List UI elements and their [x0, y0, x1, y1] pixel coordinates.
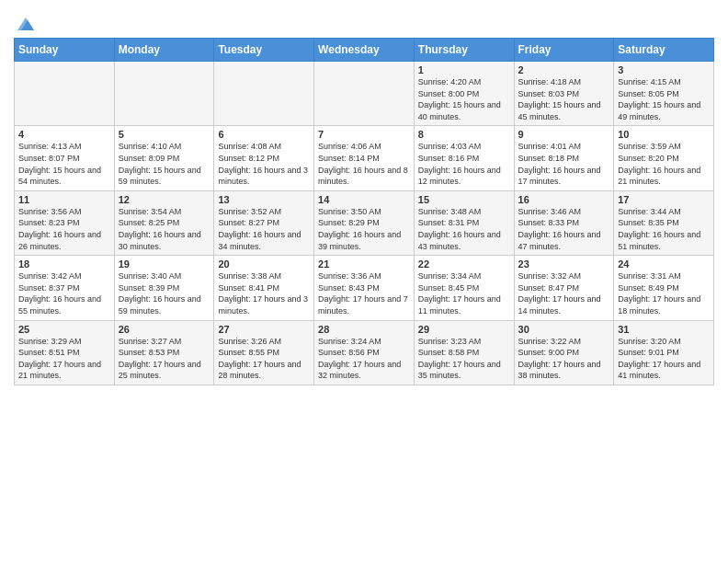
- day-info: Sunrise: 4:13 AMSunset: 8:07 PMDaylight:…: [18, 141, 110, 187]
- day-cell: 12Sunrise: 3:54 AMSunset: 8:25 PMDayligh…: [114, 190, 214, 255]
- week-row-5: 25Sunrise: 3:29 AMSunset: 8:51 PMDayligh…: [15, 320, 714, 385]
- day-cell: 14Sunrise: 3:50 AMSunset: 8:29 PMDayligh…: [314, 190, 415, 255]
- day-info: Sunrise: 3:54 AMSunset: 8:25 PMDaylight:…: [119, 206, 210, 252]
- day-cell: 18Sunrise: 3:42 AMSunset: 8:37 PMDayligh…: [15, 256, 115, 320]
- day-number: 5: [119, 129, 210, 140]
- weekday-tuesday: Tuesday: [214, 39, 314, 62]
- day-number: 29: [418, 324, 510, 335]
- day-cell: 10Sunrise: 3:59 AMSunset: 8:20 PMDayligh…: [614, 126, 714, 190]
- day-info: Sunrise: 3:32 AMSunset: 8:47 PMDaylight:…: [518, 270, 610, 316]
- week-row-1: 1Sunrise: 4:20 AMSunset: 8:00 PMDaylight…: [15, 62, 714, 126]
- day-cell: 26Sunrise: 3:27 AMSunset: 8:53 PMDayligh…: [114, 320, 214, 385]
- day-info: Sunrise: 3:24 AMSunset: 8:56 PMDaylight:…: [318, 336, 410, 382]
- page: SundayMondayTuesdayWednesdayThursdayFrid…: [0, 0, 728, 563]
- day-info: Sunrise: 4:08 AMSunset: 8:12 PMDaylight:…: [218, 141, 310, 187]
- day-number: 11: [18, 194, 110, 205]
- day-number: 6: [218, 129, 310, 140]
- day-info: Sunrise: 3:48 AMSunset: 8:31 PMDaylight:…: [418, 206, 510, 252]
- day-number: 24: [618, 259, 710, 270]
- weekday-thursday: Thursday: [414, 39, 514, 62]
- day-number: 13: [218, 194, 310, 205]
- day-number: 10: [618, 129, 710, 140]
- day-info: Sunrise: 3:34 AMSunset: 8:45 PMDaylight:…: [418, 270, 510, 316]
- day-cell: 2Sunrise: 4:18 AMSunset: 8:03 PMDaylight…: [514, 62, 614, 126]
- day-number: 16: [518, 194, 610, 205]
- day-cell: 30Sunrise: 3:22 AMSunset: 9:00 PMDayligh…: [514, 320, 614, 385]
- day-number: 25: [18, 324, 110, 335]
- day-info: Sunrise: 3:20 AMSunset: 9:01 PMDaylight:…: [618, 336, 710, 382]
- day-cell: 4Sunrise: 4:13 AMSunset: 8:07 PMDaylight…: [15, 126, 115, 190]
- day-number: 28: [318, 324, 410, 335]
- day-cell: 23Sunrise: 3:32 AMSunset: 8:47 PMDayligh…: [514, 256, 614, 320]
- day-cell: 21Sunrise: 3:36 AMSunset: 8:43 PMDayligh…: [314, 256, 415, 320]
- day-cell: 7Sunrise: 4:06 AMSunset: 8:14 PMDaylight…: [314, 126, 415, 190]
- day-info: Sunrise: 4:15 AMSunset: 8:05 PMDaylight:…: [618, 76, 710, 122]
- day-cell: 22Sunrise: 3:34 AMSunset: 8:45 PMDayligh…: [414, 256, 514, 320]
- week-row-3: 11Sunrise: 3:56 AMSunset: 8:23 PMDayligh…: [15, 190, 714, 255]
- day-cell: 1Sunrise: 4:20 AMSunset: 8:00 PMDaylight…: [414, 62, 514, 126]
- day-info: Sunrise: 4:10 AMSunset: 8:09 PMDaylight:…: [119, 141, 210, 187]
- day-number: 30: [518, 324, 610, 335]
- day-cell: 15Sunrise: 3:48 AMSunset: 8:31 PMDayligh…: [414, 190, 514, 255]
- day-number: 9: [518, 129, 610, 140]
- day-cell: 31Sunrise: 3:20 AMSunset: 9:01 PMDayligh…: [614, 320, 714, 385]
- day-cell: 25Sunrise: 3:29 AMSunset: 8:51 PMDayligh…: [15, 320, 115, 385]
- day-number: 3: [618, 64, 710, 75]
- day-info: Sunrise: 3:29 AMSunset: 8:51 PMDaylight:…: [18, 336, 110, 382]
- day-info: Sunrise: 4:06 AMSunset: 8:14 PMDaylight:…: [318, 141, 410, 187]
- weekday-wednesday: Wednesday: [314, 39, 415, 62]
- day-number: 4: [18, 129, 110, 140]
- day-number: 7: [318, 129, 410, 140]
- day-number: 14: [318, 194, 410, 205]
- weekday-saturday: Saturday: [614, 39, 714, 62]
- day-info: Sunrise: 3:52 AMSunset: 8:27 PMDaylight:…: [218, 206, 310, 252]
- day-cell: 19Sunrise: 3:40 AMSunset: 8:39 PMDayligh…: [114, 256, 214, 320]
- day-number: 23: [518, 259, 610, 270]
- weekday-monday: Monday: [114, 39, 214, 62]
- weekday-sunday: Sunday: [15, 39, 115, 62]
- day-info: Sunrise: 3:59 AMSunset: 8:20 PMDaylight:…: [618, 141, 710, 187]
- day-cell: [15, 62, 115, 126]
- day-number: 19: [119, 259, 210, 270]
- day-cell: 3Sunrise: 4:15 AMSunset: 8:05 PMDaylight…: [614, 62, 714, 126]
- day-info: Sunrise: 3:36 AMSunset: 8:43 PMDaylight:…: [318, 270, 410, 316]
- day-cell: 28Sunrise: 3:24 AMSunset: 8:56 PMDayligh…: [314, 320, 415, 385]
- day-number: 12: [119, 194, 210, 205]
- day-info: Sunrise: 3:23 AMSunset: 8:58 PMDaylight:…: [418, 336, 510, 382]
- day-cell: 16Sunrise: 3:46 AMSunset: 8:33 PMDayligh…: [514, 190, 614, 255]
- day-number: 22: [418, 259, 510, 270]
- day-info: Sunrise: 4:18 AMSunset: 8:03 PMDaylight:…: [518, 76, 610, 122]
- day-cell: 13Sunrise: 3:52 AMSunset: 8:27 PMDayligh…: [214, 190, 314, 255]
- day-number: 18: [18, 259, 110, 270]
- day-number: 21: [318, 259, 410, 270]
- day-number: 26: [119, 324, 210, 335]
- week-row-2: 4Sunrise: 4:13 AMSunset: 8:07 PMDaylight…: [15, 126, 714, 190]
- day-number: 2: [518, 64, 610, 75]
- day-cell: 5Sunrise: 4:10 AMSunset: 8:09 PMDaylight…: [114, 126, 214, 190]
- day-info: Sunrise: 3:26 AMSunset: 8:55 PMDaylight:…: [218, 336, 310, 382]
- logo: [14, 14, 36, 30]
- day-number: 15: [418, 194, 510, 205]
- day-info: Sunrise: 3:27 AMSunset: 8:53 PMDaylight:…: [119, 336, 210, 382]
- day-info: Sunrise: 4:01 AMSunset: 8:18 PMDaylight:…: [518, 141, 610, 187]
- day-number: 8: [418, 129, 510, 140]
- day-cell: 17Sunrise: 3:44 AMSunset: 8:35 PMDayligh…: [614, 190, 714, 255]
- day-cell: 20Sunrise: 3:38 AMSunset: 8:41 PMDayligh…: [214, 256, 314, 320]
- day-info: Sunrise: 3:40 AMSunset: 8:39 PMDaylight:…: [119, 270, 210, 316]
- day-number: 27: [218, 324, 310, 335]
- day-number: 17: [618, 194, 710, 205]
- day-cell: 29Sunrise: 3:23 AMSunset: 8:58 PMDayligh…: [414, 320, 514, 385]
- day-cell: 11Sunrise: 3:56 AMSunset: 8:23 PMDayligh…: [15, 190, 115, 255]
- day-info: Sunrise: 3:42 AMSunset: 8:37 PMDaylight:…: [18, 270, 110, 316]
- day-number: 20: [218, 259, 310, 270]
- week-row-4: 18Sunrise: 3:42 AMSunset: 8:37 PMDayligh…: [15, 256, 714, 320]
- day-cell: [214, 62, 314, 126]
- calendar-table: SundayMondayTuesdayWednesdayThursdayFrid…: [14, 38, 714, 385]
- day-info: Sunrise: 3:56 AMSunset: 8:23 PMDaylight:…: [18, 206, 110, 252]
- day-cell: [114, 62, 214, 126]
- day-cell: 9Sunrise: 4:01 AMSunset: 8:18 PMDaylight…: [514, 126, 614, 190]
- weekday-friday: Friday: [514, 39, 614, 62]
- day-cell: 8Sunrise: 4:03 AMSunset: 8:16 PMDaylight…: [414, 126, 514, 190]
- day-info: Sunrise: 3:22 AMSunset: 9:00 PMDaylight:…: [518, 336, 610, 382]
- day-cell: 6Sunrise: 4:08 AMSunset: 8:12 PMDaylight…: [214, 126, 314, 190]
